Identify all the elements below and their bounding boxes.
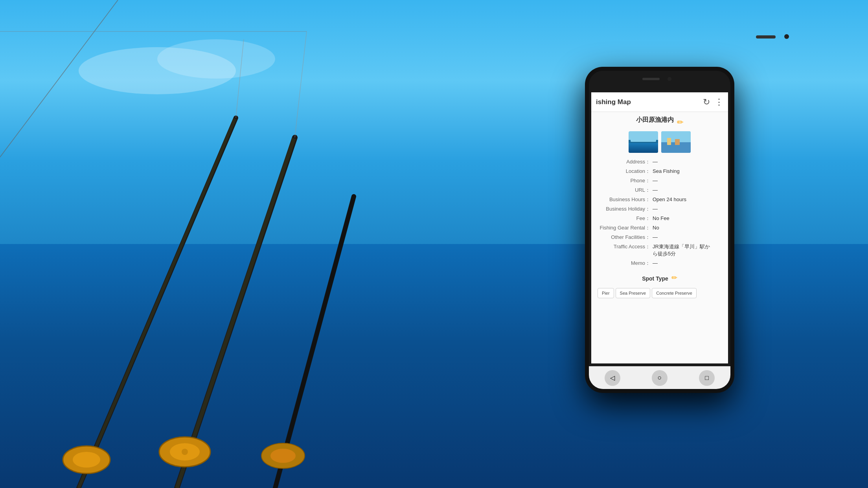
- spot-name-edit-icon[interactable]: ✏: [677, 117, 684, 127]
- memo-row: Memo： —: [598, 260, 722, 267]
- traffic-label: Traffic Access：: [598, 243, 653, 250]
- spot-image-2[interactable]: [661, 131, 691, 153]
- phone-front-nav-bar: ◁ ○ □: [589, 366, 730, 389]
- holiday-value: —: [653, 206, 658, 212]
- spot-type-edit-icon[interactable]: ✏: [671, 273, 677, 282]
- tab-sea-preserve[interactable]: Sea Preserve: [616, 288, 651, 298]
- address-label: Address：: [598, 158, 653, 165]
- memo-value: —: [653, 260, 658, 266]
- phone-front-screen: ishing Map ↻ ⋮ 小田原漁港内 ✏: [591, 92, 728, 363]
- spot-type-tabs: Pier Sea Preserve Concrete Preserve: [598, 288, 722, 298]
- fee-value: No Fee: [653, 215, 669, 221]
- hours-label: Business Hours：: [598, 196, 653, 203]
- phone-front-speaker: [642, 78, 660, 80]
- tab-pier[interactable]: Pier: [598, 288, 614, 298]
- spot-type-title: Spot Type: [642, 275, 668, 282]
- facilities-value: —: [653, 234, 658, 240]
- phone-back-speaker: [756, 35, 776, 39]
- phone-label: Phone：: [598, 177, 653, 184]
- memo-label: Memo：: [598, 260, 653, 267]
- phone-front: ishing Map ↻ ⋮ 小田原漁港内 ✏: [585, 67, 734, 393]
- info-fields: Address： — Location： Sea Fishing Phone： …: [598, 158, 722, 267]
- phone-row: Phone： —: [598, 177, 722, 184]
- url-label: URL：: [598, 187, 653, 194]
- location-label: Location：: [598, 168, 653, 175]
- spot-image-1[interactable]: [629, 131, 658, 153]
- holiday-row: Business Holiday： —: [598, 205, 722, 213]
- spot-images: [598, 131, 722, 153]
- front-more-icon[interactable]: ⋮: [715, 97, 723, 107]
- url-row: URL： —: [598, 187, 722, 194]
- gear-label: Fishing Gear Rental：: [598, 224, 653, 231]
- tab-concrete-preserve[interactable]: Concrete Preserve: [652, 288, 697, 298]
- fee-row: Fee： No Fee: [598, 215, 722, 222]
- holiday-label: Business Holiday：: [598, 205, 653, 213]
- detail-content: 小田原漁港内 ✏: [591, 112, 728, 363]
- phone-front-camera: [668, 77, 671, 81]
- fee-label: Fee：: [598, 215, 653, 222]
- traffic-value: JR東海道線「早川」駅から徒歩5分: [653, 243, 710, 257]
- front-app-bar: ishing Map ↻ ⋮: [591, 92, 728, 112]
- url-value: —: [653, 187, 658, 193]
- address-row: Address： —: [598, 158, 722, 165]
- address-value: —: [653, 159, 658, 165]
- phone-back-camera: [784, 34, 789, 39]
- front-nav-home[interactable]: ○: [652, 370, 668, 386]
- location-value: Sea Fishing: [653, 168, 680, 174]
- water-overlay: [0, 244, 868, 488]
- traffic-row: Traffic Access： JR東海道線「早川」駅から徒歩5分: [598, 243, 722, 257]
- hours-value: Open 24 hours: [653, 196, 686, 202]
- front-app-title: ishing Map: [596, 98, 703, 106]
- facilities-row: Other Facilities： —: [598, 234, 722, 241]
- location-row: Location： Sea Fishing: [598, 168, 722, 175]
- phone-value: —: [653, 178, 658, 183]
- gear-row: Fishing Gear Rental： No: [598, 224, 722, 231]
- hours-row: Business Hours： Open 24 hours: [598, 196, 722, 203]
- front-nav-recents[interactable]: □: [699, 370, 715, 386]
- front-refresh-icon[interactable]: ↻: [703, 97, 710, 107]
- spot-name: 小田原漁港内: [636, 116, 674, 124]
- gear-value: No: [653, 225, 659, 231]
- facilities-label: Other Facilities：: [598, 234, 653, 241]
- front-nav-back[interactable]: ◁: [605, 370, 620, 386]
- sky-overlay: [0, 0, 868, 268]
